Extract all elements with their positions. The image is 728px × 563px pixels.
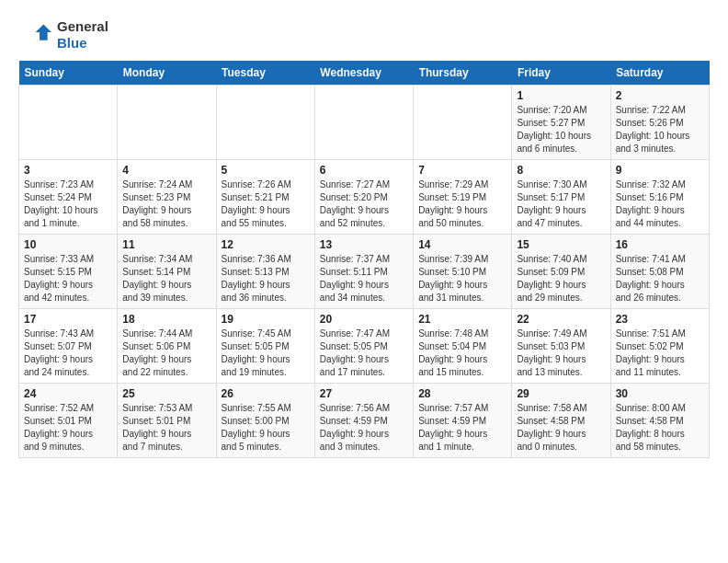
day-number: 22 bbox=[517, 313, 605, 326]
day-number: 15 bbox=[517, 238, 605, 251]
calendar-week-row: 10Sunrise: 7:33 AM Sunset: 5:15 PM Dayli… bbox=[19, 235, 710, 309]
day-info: Sunrise: 7:57 AM Sunset: 4:59 PM Dayligh… bbox=[418, 402, 506, 454]
day-number: 16 bbox=[616, 238, 704, 251]
day-number: 17 bbox=[24, 313, 112, 326]
day-number: 14 bbox=[418, 238, 506, 251]
calendar-cell: 11Sunrise: 7:34 AM Sunset: 5:14 PM Dayli… bbox=[118, 235, 216, 309]
day-number: 27 bbox=[320, 387, 408, 400]
calendar-cell: 6Sunrise: 7:27 AM Sunset: 5:20 PM Daylig… bbox=[314, 160, 413, 235]
day-number: 11 bbox=[122, 238, 210, 251]
day-info: Sunrise: 7:23 AM Sunset: 5:24 PM Dayligh… bbox=[24, 178, 112, 230]
day-info: Sunrise: 7:32 AM Sunset: 5:16 PM Dayligh… bbox=[616, 178, 704, 230]
day-info: Sunrise: 7:56 AM Sunset: 4:59 PM Dayligh… bbox=[320, 402, 408, 454]
calendar-cell: 5Sunrise: 7:26 AM Sunset: 5:21 PM Daylig… bbox=[216, 160, 314, 235]
calendar-cell: 4Sunrise: 7:24 AM Sunset: 5:23 PM Daylig… bbox=[118, 160, 216, 235]
day-info: Sunrise: 7:39 AM Sunset: 5:10 PM Dayligh… bbox=[418, 253, 506, 304]
day-info: Sunrise: 7:33 AM Sunset: 5:15 PM Dayligh… bbox=[24, 253, 112, 304]
calendar-week-row: 1Sunrise: 7:20 AM Sunset: 5:27 PM Daylig… bbox=[19, 86, 710, 160]
calendar-table: SundayMondayTuesdayWednesdayThursdayFrid… bbox=[18, 61, 710, 458]
day-number: 26 bbox=[222, 387, 310, 400]
day-number: 13 bbox=[320, 238, 408, 251]
day-number: 21 bbox=[418, 313, 506, 326]
day-number: 23 bbox=[616, 313, 704, 326]
day-info: Sunrise: 7:48 AM Sunset: 5:04 PM Dayligh… bbox=[418, 327, 506, 379]
day-number: 25 bbox=[122, 387, 210, 400]
day-info: Sunrise: 7:47 AM Sunset: 5:05 PM Dayligh… bbox=[320, 327, 408, 379]
calendar-cell: 18Sunrise: 7:44 AM Sunset: 5:06 PM Dayli… bbox=[118, 309, 216, 384]
page-header: GeneralBlue bbox=[18, 18, 710, 52]
weekday-header: Sunday bbox=[19, 61, 118, 86]
logo-text-block: GeneralBlue bbox=[57, 18, 108, 52]
calendar-cell bbox=[19, 86, 118, 160]
logo-general: General bbox=[57, 18, 108, 35]
calendar-week-row: 17Sunrise: 7:43 AM Sunset: 5:07 PM Dayli… bbox=[19, 309, 710, 384]
day-number: 19 bbox=[222, 313, 310, 326]
calendar-cell: 16Sunrise: 7:41 AM Sunset: 5:08 PM Dayli… bbox=[610, 235, 709, 309]
calendar-cell: 9Sunrise: 7:32 AM Sunset: 5:16 PM Daylig… bbox=[610, 160, 709, 235]
day-info: Sunrise: 7:24 AM Sunset: 5:23 PM Dayligh… bbox=[122, 178, 210, 230]
logo-blue: Blue bbox=[57, 35, 108, 52]
day-number: 1 bbox=[517, 89, 605, 102]
calendar-cell: 24Sunrise: 7:52 AM Sunset: 5:01 PM Dayli… bbox=[19, 384, 118, 458]
logo-svg bbox=[18, 18, 51, 52]
weekday-header: Thursday bbox=[414, 61, 512, 86]
day-info: Sunrise: 7:41 AM Sunset: 5:08 PM Dayligh… bbox=[616, 253, 704, 304]
day-info: Sunrise: 7:53 AM Sunset: 5:01 PM Dayligh… bbox=[122, 402, 210, 454]
day-info: Sunrise: 7:52 AM Sunset: 5:01 PM Dayligh… bbox=[24, 402, 112, 454]
calendar-week-row: 24Sunrise: 7:52 AM Sunset: 5:01 PM Dayli… bbox=[19, 384, 710, 458]
calendar-cell: 10Sunrise: 7:33 AM Sunset: 5:15 PM Dayli… bbox=[19, 235, 118, 309]
weekday-header: Saturday bbox=[610, 61, 709, 86]
day-info: Sunrise: 7:29 AM Sunset: 5:19 PM Dayligh… bbox=[418, 178, 506, 230]
calendar-cell: 17Sunrise: 7:43 AM Sunset: 5:07 PM Dayli… bbox=[19, 309, 118, 384]
calendar-cell: 12Sunrise: 7:36 AM Sunset: 5:13 PM Dayli… bbox=[216, 235, 314, 309]
calendar-cell: 19Sunrise: 7:45 AM Sunset: 5:05 PM Dayli… bbox=[216, 309, 314, 384]
svg-marker-0 bbox=[36, 24, 51, 40]
calendar-cell: 28Sunrise: 7:57 AM Sunset: 4:59 PM Dayli… bbox=[414, 384, 512, 458]
day-info: Sunrise: 7:20 AM Sunset: 5:27 PM Dayligh… bbox=[517, 104, 605, 155]
day-info: Sunrise: 7:40 AM Sunset: 5:09 PM Dayligh… bbox=[517, 253, 605, 304]
logo: GeneralBlue bbox=[18, 18, 108, 52]
calendar-cell: 30Sunrise: 8:00 AM Sunset: 4:58 PM Dayli… bbox=[610, 384, 709, 458]
day-number: 28 bbox=[418, 387, 506, 400]
calendar-cell: 26Sunrise: 7:55 AM Sunset: 5:00 PM Dayli… bbox=[216, 384, 314, 458]
weekday-header-row: SundayMondayTuesdayWednesdayThursdayFrid… bbox=[19, 61, 710, 86]
day-info: Sunrise: 7:58 AM Sunset: 4:58 PM Dayligh… bbox=[517, 402, 605, 454]
day-number: 18 bbox=[122, 313, 210, 326]
day-number: 2 bbox=[616, 89, 704, 102]
calendar-cell: 20Sunrise: 7:47 AM Sunset: 5:05 PM Dayli… bbox=[314, 309, 413, 384]
day-number: 10 bbox=[24, 238, 112, 251]
day-info: Sunrise: 7:27 AM Sunset: 5:20 PM Dayligh… bbox=[320, 178, 408, 230]
day-info: Sunrise: 7:26 AM Sunset: 5:21 PM Dayligh… bbox=[222, 178, 310, 230]
calendar-cell: 7Sunrise: 7:29 AM Sunset: 5:19 PM Daylig… bbox=[414, 160, 512, 235]
day-number: 7 bbox=[418, 164, 506, 177]
calendar-cell: 1Sunrise: 7:20 AM Sunset: 5:27 PM Daylig… bbox=[512, 86, 610, 160]
day-number: 30 bbox=[616, 387, 704, 400]
day-info: Sunrise: 7:34 AM Sunset: 5:14 PM Dayligh… bbox=[122, 253, 210, 304]
calendar-cell bbox=[118, 86, 216, 160]
day-number: 29 bbox=[517, 387, 605, 400]
day-number: 6 bbox=[320, 164, 408, 177]
weekday-header: Friday bbox=[512, 61, 610, 86]
weekday-header: Wednesday bbox=[314, 61, 413, 86]
calendar-cell: 14Sunrise: 7:39 AM Sunset: 5:10 PM Dayli… bbox=[414, 235, 512, 309]
day-info: Sunrise: 7:37 AM Sunset: 5:11 PM Dayligh… bbox=[320, 253, 408, 304]
calendar-cell: 25Sunrise: 7:53 AM Sunset: 5:01 PM Dayli… bbox=[118, 384, 216, 458]
calendar-cell: 21Sunrise: 7:48 AM Sunset: 5:04 PM Dayli… bbox=[414, 309, 512, 384]
day-info: Sunrise: 7:43 AM Sunset: 5:07 PM Dayligh… bbox=[24, 327, 112, 379]
day-number: 20 bbox=[320, 313, 408, 326]
calendar-cell: 22Sunrise: 7:49 AM Sunset: 5:03 PM Dayli… bbox=[512, 309, 610, 384]
day-info: Sunrise: 7:55 AM Sunset: 5:00 PM Dayligh… bbox=[222, 402, 310, 454]
day-info: Sunrise: 7:44 AM Sunset: 5:06 PM Dayligh… bbox=[122, 327, 210, 379]
day-info: Sunrise: 7:49 AM Sunset: 5:03 PM Dayligh… bbox=[517, 327, 605, 379]
calendar-cell bbox=[314, 86, 413, 160]
calendar-cell: 13Sunrise: 7:37 AM Sunset: 5:11 PM Dayli… bbox=[314, 235, 413, 309]
calendar-cell bbox=[414, 86, 512, 160]
day-number: 5 bbox=[222, 164, 310, 177]
day-number: 24 bbox=[24, 387, 112, 400]
calendar-week-row: 3Sunrise: 7:23 AM Sunset: 5:24 PM Daylig… bbox=[19, 160, 710, 235]
day-info: Sunrise: 8:00 AM Sunset: 4:58 PM Dayligh… bbox=[616, 402, 704, 454]
day-info: Sunrise: 7:30 AM Sunset: 5:17 PM Dayligh… bbox=[517, 178, 605, 230]
calendar-cell: 23Sunrise: 7:51 AM Sunset: 5:02 PM Dayli… bbox=[610, 309, 709, 384]
day-info: Sunrise: 7:36 AM Sunset: 5:13 PM Dayligh… bbox=[222, 253, 310, 304]
day-number: 3 bbox=[24, 164, 112, 177]
